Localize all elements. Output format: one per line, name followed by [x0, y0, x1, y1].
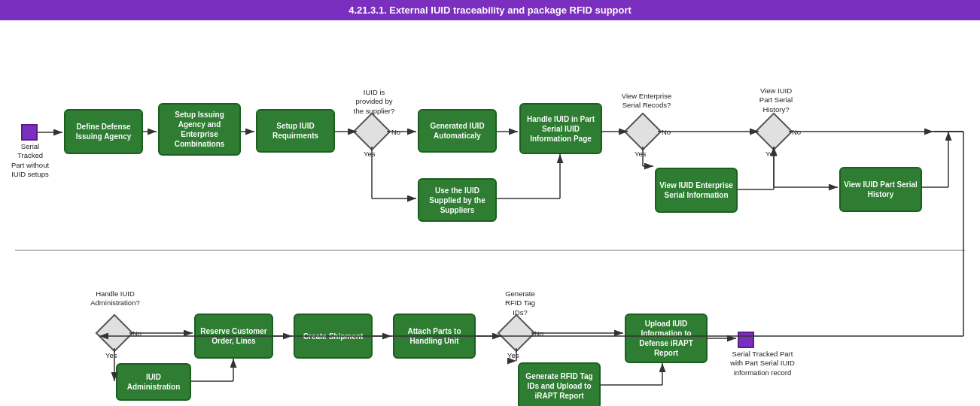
decision-no-label-3: No	[792, 128, 801, 137]
iuid-administration-box[interactable]: IUID Administration	[116, 363, 191, 401]
terminal-start-label: SerialTrackedPart withoutIUID setups	[3, 142, 57, 179]
decision-yes-label-5: Yes	[507, 351, 519, 360]
setup-issuing-label: Setup Issuing Agency and Enterprise Comb…	[163, 110, 236, 149]
decision-iuid-admin-label: Handle IUIDAdministration?	[81, 289, 149, 308]
decision-enterprise-serial	[624, 113, 662, 151]
reserve-customer-order-box[interactable]: Reserve Customer Order, Lines	[194, 314, 273, 359]
decision-iuid-supplier-label: IUID isprovided bythe supplier?	[340, 88, 408, 116]
decision-yes-label-3: Yes	[765, 150, 778, 159]
handle-iuid-part-serial-box[interactable]: Handle IUID in Part Serial IUID Informat…	[519, 103, 602, 154]
terminal-end-label: Serial Tracked Partwith Part Serial IUID…	[721, 350, 804, 377]
handle-iuid-label: Handle IUID in Part Serial IUID Informat…	[524, 114, 598, 144]
header-title: 4.21.3.1. External IUID traceability and…	[348, 5, 632, 16]
generated-iuid-label: Generated IUID Automaticaly	[422, 121, 492, 141]
decision-iuid-supplier	[353, 113, 391, 151]
generate-rfid-label: Generate RFID Tag IDs and Upload to iRAP…	[522, 371, 596, 401]
setup-iuid-requirements-box[interactable]: Setup IUID Requirments	[256, 109, 335, 153]
generate-rfid-box[interactable]: Generate RFID Tag IDs and Upload to iRAP…	[518, 362, 601, 406]
decision-yes-label-2: Yes	[635, 150, 647, 159]
view-part-history-label: View IUID Part Serial History	[844, 180, 918, 199]
decision-iuid-admin	[96, 314, 134, 353]
diagram-area: SerialTrackedPart withoutIUID setups Def…	[0, 20, 980, 396]
decision-yes-label-4: Yes	[105, 351, 117, 360]
attach-parts-label: Attach Parts to Handling Unit	[397, 326, 471, 346]
view-part-serial-history-box[interactable]: View IUID Part Serial History	[839, 167, 922, 212]
decision-rfid-label: GenerateRFID TagIDs?	[486, 289, 554, 317]
upload-iuid-label: Upload IUID Information to Defense iRAPT…	[629, 319, 703, 358]
decision-part-history-label: View IUIDPart SerialHistory?	[742, 86, 810, 114]
view-enterprise-label: View IUID Enterprise Serial Information	[659, 180, 733, 200]
terminal-end	[738, 332, 754, 348]
decision-yes-label-1: Yes	[364, 150, 376, 159]
setup-iuid-label: Setup IUID Requirments	[260, 121, 330, 141]
attach-parts-box[interactable]: Attach Parts to Handling Unit	[393, 314, 476, 359]
iuid-admin-label: IUID Administration	[120, 372, 187, 392]
generated-iuid-auto-box[interactable]: Generated IUID Automaticaly	[418, 109, 497, 153]
use-iuid-supplied-box[interactable]: Use the IUID Supplied by the Suppliers	[418, 178, 497, 222]
create-shipment-box[interactable]: Create Shipment	[294, 314, 373, 359]
upload-iuid-box[interactable]: Upload IUID Information to Defense iRAPT…	[625, 314, 708, 363]
define-defense-label: Define Defense Issuing Agency	[68, 122, 138, 141]
view-enterprise-serial-box[interactable]: View IUID Enterprise Serial Information	[655, 168, 738, 213]
header-bar: 4.21.3.1. External IUID traceability and…	[0, 0, 980, 20]
decision-enterprise-label: View EnterpriseSerial Recods?	[613, 92, 680, 111]
decision-no-label-4: No	[132, 329, 142, 338]
use-iuid-label: Use the IUID Supplied by the Suppliers	[422, 186, 492, 215]
define-defense-issuing-agency-box[interactable]: Define Defense Issuing Agency	[64, 109, 143, 154]
setup-issuing-agency-box[interactable]: Setup Issuing Agency and Enterprise Comb…	[158, 103, 241, 156]
terminal-start	[21, 124, 38, 141]
create-shipment-label: Create Shipment	[303, 332, 363, 341]
decision-no-label-2: No	[662, 128, 671, 137]
section-divider	[15, 250, 965, 251]
decision-no-label-1: No	[391, 128, 400, 137]
reserve-order-label: Reserve Customer Order, Lines	[199, 326, 269, 346]
decision-part-serial-history	[755, 113, 793, 151]
decision-no-label-5: No	[534, 329, 543, 338]
decision-rfid-tag	[498, 314, 536, 353]
